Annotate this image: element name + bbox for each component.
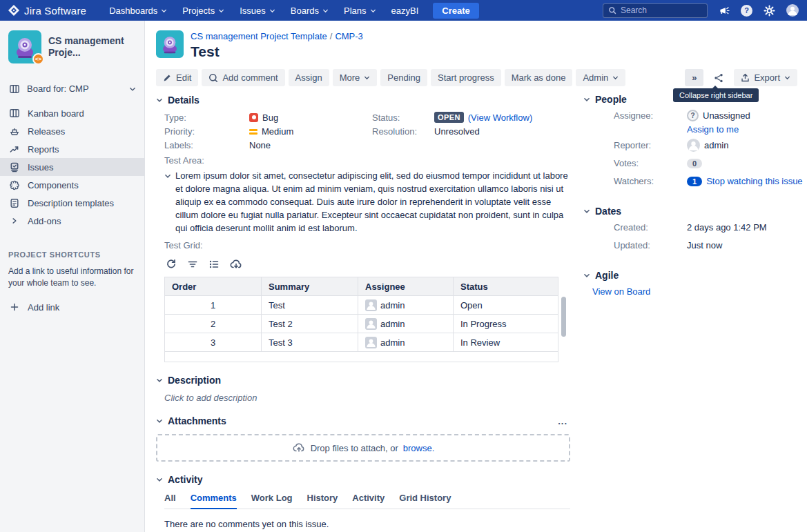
chevron-down-icon — [612, 75, 619, 81]
col-assignee[interactable]: Assignee — [358, 277, 454, 296]
project-shortcuts-heading: PROJECT SHORTCUTS — [8, 250, 136, 259]
updated-label: Updated: — [614, 240, 687, 250]
list-view-icon[interactable] — [208, 259, 220, 270]
user-avatar[interactable] — [786, 4, 799, 17]
chevron-down-icon — [370, 8, 376, 14]
cloud-download-icon[interactable] — [230, 259, 242, 270]
sidebar-item-releases[interactable]: Releases — [0, 122, 144, 140]
description-section-heading[interactable]: Description — [156, 375, 581, 386]
start-progress-button[interactable]: Start progress — [431, 69, 501, 86]
collapse-right-sidebar-button[interactable]: » — [685, 69, 703, 86]
table-row[interactable]: 3 Test 3 admin In Review — [165, 333, 558, 352]
project-shortcuts-text: Add a link to useful information for you… — [8, 266, 136, 290]
breadcrumb-issue-key-link[interactable]: CMP-3 — [335, 31, 362, 41]
tab-comments[interactable]: Comments — [191, 493, 237, 509]
nav-plans[interactable]: Plans — [336, 0, 384, 21]
table-scrollbar[interactable] — [561, 297, 566, 337]
table-row[interactable]: 1 Test admin Open — [165, 296, 558, 315]
updated-value: Just now — [687, 240, 722, 250]
issues-icon — [8, 162, 21, 173]
components-icon — [8, 180, 21, 190]
agile-section: Agile View on Board — [583, 270, 804, 297]
collapse-text-chevron-icon[interactable] — [164, 173, 171, 179]
share-button[interactable] — [707, 69, 730, 86]
nav-eazybi[interactable]: eazyBI — [384, 0, 427, 21]
attachments-section: Attachments ... Drop files to attach, or… — [156, 415, 581, 462]
search-input[interactable] — [621, 6, 697, 15]
export-button[interactable]: Export — [734, 69, 797, 86]
sidebar-item-issues[interactable]: Issues — [0, 158, 144, 176]
nav-dashboards[interactable]: Dashboards — [101, 0, 175, 21]
add-comment-button[interactable]: Add comment — [202, 69, 284, 86]
chevron-down-icon — [218, 8, 224, 14]
labels-label: Labels: — [164, 140, 249, 150]
votes-badge[interactable]: 0 — [687, 159, 702, 168]
dates-section-heading[interactable]: Dates — [583, 206, 804, 217]
help-icon[interactable]: ? — [741, 5, 752, 17]
assign-to-me-link[interactable]: Assign to me — [687, 124, 739, 135]
settings-gear-icon[interactable] — [764, 5, 775, 17]
nav-issues[interactable]: Issues — [232, 0, 283, 21]
test-area-text: Lorem ipsum dolor sit amet, consectetur … — [175, 169, 572, 235]
tab-all[interactable]: All — [164, 493, 176, 509]
sidebar-item-reports[interactable]: Reports — [0, 140, 144, 158]
search-icon — [608, 6, 616, 14]
tab-grid-history[interactable]: Grid History — [399, 493, 451, 509]
col-order[interactable]: Order — [165, 277, 262, 296]
tab-activity[interactable]: Activity — [352, 493, 385, 509]
attachments-section-heading[interactable]: Attachments — [156, 415, 226, 426]
jira-logo[interactable]: Jira Software — [8, 5, 86, 17]
ship-icon — [8, 126, 21, 136]
browse-link[interactable]: browse. — [403, 443, 435, 453]
announcements-icon[interactable] — [719, 6, 730, 16]
search-box[interactable] — [603, 3, 708, 18]
tab-history[interactable]: History — [307, 493, 338, 509]
details-section-heading[interactable]: Details — [156, 95, 581, 106]
attachments-menu-button[interactable]: ... — [555, 416, 570, 426]
project-avatar[interactable]: <> — [8, 30, 41, 63]
edit-button[interactable]: Edit — [156, 69, 198, 86]
stop-watching-link[interactable]: Stop watching this issue — [706, 176, 802, 186]
chevron-down-icon — [269, 8, 275, 14]
assign-button[interactable]: Assign — [289, 69, 329, 86]
sidebar-item-components[interactable]: Components — [0, 176, 144, 194]
sidebar-item-description-templates[interactable]: Description templates — [0, 194, 144, 212]
avatar — [365, 337, 377, 348]
view-on-board-link[interactable]: View on Board — [592, 286, 650, 297]
attachments-dropzone[interactable]: Drop files to attach, or browse. — [156, 434, 570, 462]
breadcrumb-project-link[interactable]: CS management Project Template — [191, 31, 327, 41]
tab-work-log[interactable]: Work Log — [251, 493, 293, 509]
board-switcher[interactable]: Board for: CMP — [0, 80, 144, 97]
issue-title: Test — [191, 43, 363, 60]
resolution-value: Unresolved — [434, 126, 581, 137]
sidebar-item-add-ons[interactable]: Add-ons — [0, 212, 144, 230]
mark-as-done-button[interactable]: Mark as done — [505, 69, 573, 86]
add-description-placeholder[interactable]: Click to add description — [164, 393, 581, 403]
create-button[interactable]: Create — [433, 3, 478, 19]
issue-header: CS management Project Template/CMP-3 Tes… — [156, 30, 363, 60]
filter-icon[interactable] — [187, 259, 198, 270]
votes-label: Votes: — [614, 158, 687, 168]
sidebar-item-kanban-board[interactable]: Kanban board — [0, 104, 144, 122]
bug-type-icon — [249, 113, 258, 122]
more-button[interactable]: More — [333, 69, 378, 86]
view-workflow-link[interactable]: (View Workflow) — [468, 112, 532, 123]
status-lozenge: OPEN — [434, 112, 464, 123]
chevron-down-icon — [322, 8, 329, 14]
assignee-label: Assignee: — [614, 110, 687, 121]
watchers-badge[interactable]: 1 — [687, 177, 702, 186]
main-content: CS management Project Template/CMP-3 Tes… — [146, 21, 807, 532]
plus-icon — [8, 303, 21, 311]
nav-boards[interactable]: Boards — [283, 0, 336, 21]
pending-button[interactable]: Pending — [380, 69, 427, 86]
add-link-button[interactable]: Add link — [8, 302, 136, 313]
admin-button[interactable]: Admin — [576, 69, 625, 86]
nav-projects[interactable]: Projects — [175, 0, 232, 21]
agile-section-heading[interactable]: Agile — [583, 270, 804, 281]
activity-section-heading[interactable]: Activity — [156, 474, 581, 485]
chevron-down-icon — [364, 75, 370, 81]
col-summary[interactable]: Summary — [262, 277, 358, 296]
table-row[interactable]: 2 Test 2 admin In Progress — [165, 315, 558, 333]
col-status[interactable]: Status — [454, 277, 558, 296]
refresh-icon[interactable] — [166, 259, 177, 270]
